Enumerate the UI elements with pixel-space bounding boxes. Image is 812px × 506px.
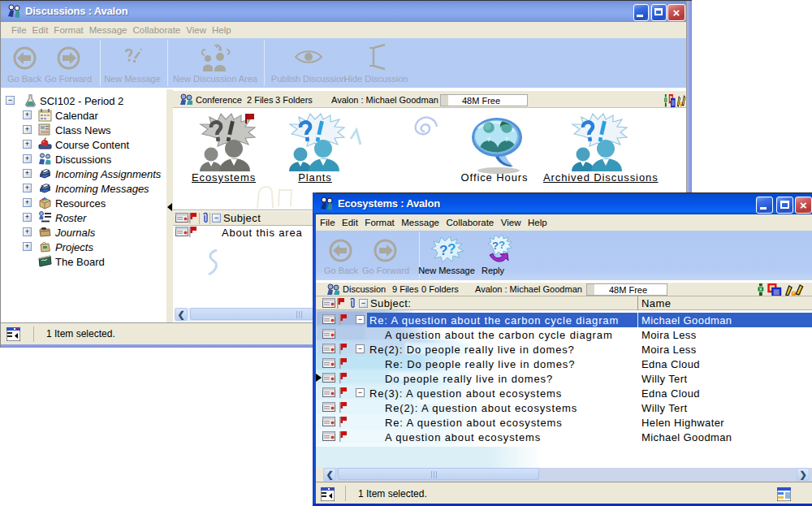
svg-text:?: ? — [492, 240, 499, 252]
svg-text:?: ? — [439, 243, 447, 258]
svg-text:?: ? — [447, 241, 456, 257]
svg-text:?: ? — [499, 239, 505, 251]
